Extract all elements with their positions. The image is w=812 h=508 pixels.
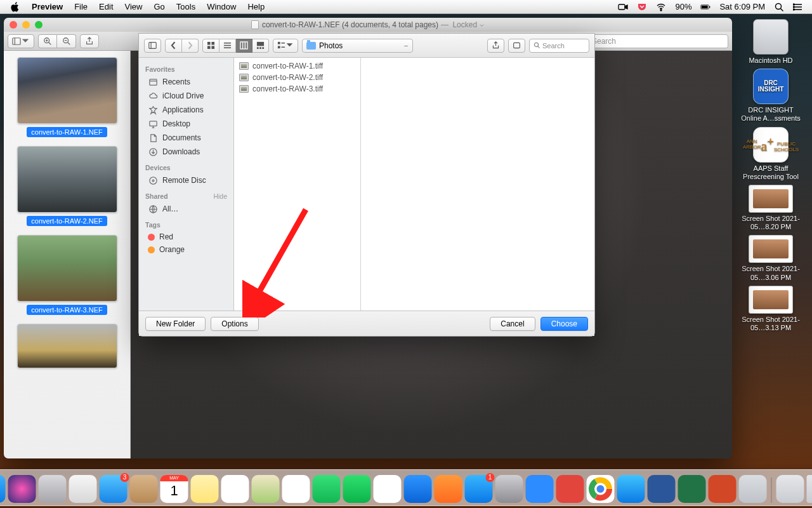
column-view-button[interactable] xyxy=(236,39,252,53)
thumbnail[interactable] xyxy=(17,324,117,368)
sidebar-toggle-button[interactable] xyxy=(8,34,34,48)
desktop-icon-screenshot[interactable]: Screen Shot 2021-05…3.13 PM xyxy=(739,286,802,332)
dock-app-numbers[interactable] xyxy=(374,475,402,503)
finder-sidebar[interactable]: Favorites Recents iCloud Drive Applicati… xyxy=(139,58,234,311)
dock-app-calendar[interactable]: MAY1 xyxy=(160,475,188,503)
desktop-icon-screenshot[interactable]: Screen Shot 2021-05…8.20 PM xyxy=(739,185,802,231)
preview-search-field[interactable]: Search xyxy=(576,34,728,48)
dock-app-powerpoint[interactable] xyxy=(709,475,737,503)
notification-center-icon[interactable] xyxy=(793,2,803,12)
sheet-search-field[interactable]: Search xyxy=(529,39,589,53)
screenrec-icon[interactable] xyxy=(618,2,628,12)
thumbnail[interactable]: convert-to-RAW-1.NEF xyxy=(17,57,117,137)
thumbnail-sidebar[interactable]: convert-to-RAW-1.NEF convert-to-RAW-2.NE… xyxy=(4,51,131,458)
share-button[interactable] xyxy=(80,34,99,48)
wifi-icon[interactable] xyxy=(656,2,666,12)
list-view-button[interactable] xyxy=(219,39,236,53)
sidebar-item-all-shared[interactable]: All… xyxy=(139,202,233,216)
location-popup[interactable]: Photos xyxy=(302,39,413,53)
tags-button[interactable] xyxy=(508,39,525,53)
dock-app-finder[interactable] xyxy=(0,475,6,503)
thumbnail[interactable]: convert-to-RAW-3.NEF xyxy=(17,235,117,315)
zoom-button[interactable] xyxy=(35,21,43,29)
dock-app-todo[interactable] xyxy=(556,475,584,503)
dock-app-preview[interactable] xyxy=(739,475,767,503)
battery-icon[interactable] xyxy=(700,2,710,12)
sidebar-toggle-button[interactable] xyxy=(144,39,161,53)
dock-app-sysprefs[interactable] xyxy=(495,475,523,503)
sidebar-tag-orange[interactable]: Orange xyxy=(139,243,233,256)
thumbnail[interactable]: convert-to-RAW-2.NEF xyxy=(17,146,117,226)
dock-trash[interactable] xyxy=(807,475,813,503)
dock-app-contacts[interactable] xyxy=(130,475,158,503)
spotlight-icon[interactable] xyxy=(774,2,784,12)
dock-downloads[interactable] xyxy=(776,475,804,503)
dock-app-mail[interactable]: 3 xyxy=(100,475,128,503)
dock-app-safari-alt[interactable] xyxy=(69,475,97,503)
dock-app-siri[interactable] xyxy=(8,475,36,503)
action-button[interactable] xyxy=(487,39,504,53)
dock-app-messages[interactable] xyxy=(313,475,341,503)
group-by-button[interactable] xyxy=(273,39,298,53)
dock-app-excel[interactable] xyxy=(678,475,706,503)
close-button[interactable] xyxy=(10,21,17,29)
menu-go[interactable]: Go xyxy=(154,2,164,11)
menu-help[interactable]: Help xyxy=(247,2,265,11)
dock-app-chrome[interactable] xyxy=(587,475,615,503)
dock-app-zoom[interactable] xyxy=(526,475,554,503)
dock-app-launchpad[interactable] xyxy=(39,475,67,503)
sidebar-item-documents[interactable]: Documents xyxy=(139,131,233,145)
sidebar-item-icloud[interactable]: iCloud Drive xyxy=(139,89,233,103)
menubar-app-name[interactable]: Preview xyxy=(32,2,63,11)
new-folder-button[interactable]: New Folder xyxy=(145,317,206,331)
file-row[interactable]: convert-to-RAW-1.tiff xyxy=(234,60,360,72)
minimize-button[interactable] xyxy=(22,21,30,29)
zoom-out-button[interactable] xyxy=(57,34,76,48)
hide-button[interactable]: Hide xyxy=(213,192,227,200)
forward-button[interactable] xyxy=(182,39,199,53)
title-locked[interactable]: — Locked xyxy=(441,20,485,29)
desktop-icon-screenshot[interactable]: Screen Shot 2021-05…3.06 PM xyxy=(739,235,802,281)
sidebar-tag-red[interactable]: Red xyxy=(139,231,233,243)
menu-file[interactable]: File xyxy=(74,2,88,11)
dock-app-appstore[interactable]: 1 xyxy=(465,475,493,503)
dock-app-reminders[interactable] xyxy=(221,475,249,503)
svg-rect-26 xyxy=(514,43,520,48)
zoom-in-button[interactable] xyxy=(38,34,57,48)
cancel-button[interactable]: Cancel xyxy=(490,317,535,331)
desktop-icon-drc-insight[interactable]: DRCINSIGHTDRC INSIGHT Online A…ssments xyxy=(739,69,802,123)
file-column[interactable]: convert-to-RAW-1.tiff convert-to-RAW-2.t… xyxy=(234,58,361,311)
title-meta: (4 documents, 4 total pages) xyxy=(342,20,438,29)
choose-button[interactable]: Choose xyxy=(540,317,588,331)
apple-menu-icon[interactable] xyxy=(10,2,20,12)
menubar-clock[interactable]: Sat 6:09 PM xyxy=(719,2,765,11)
desktop-icon-macintosh-hd[interactable]: Macintosh HD xyxy=(739,19,802,65)
gallery-view-button[interactable] xyxy=(252,39,269,53)
sidebar-item-applications[interactable]: Applications xyxy=(139,103,233,117)
dock-app-keynote[interactable] xyxy=(404,475,432,503)
sidebar-item-remote-disc[interactable]: Remote Disc xyxy=(139,173,233,187)
sidebar-item-desktop[interactable]: Desktop xyxy=(139,117,233,131)
file-row[interactable]: convert-to-RAW-2.tiff xyxy=(234,72,360,83)
sidebar-item-recents[interactable]: Recents xyxy=(139,75,233,89)
dock-app-word[interactable] xyxy=(648,475,676,503)
dock-app-safari[interactable] xyxy=(617,475,645,503)
dock-app-maps[interactable] xyxy=(252,475,280,503)
sidebar-item-downloads[interactable]: Downloads xyxy=(139,145,233,159)
dock-app-facetime[interactable] xyxy=(343,475,371,503)
menu-edit[interactable]: Edit xyxy=(99,2,113,11)
titlebar[interactable]: convert-to-RAW-1.NEF (4 documents, 4 tot… xyxy=(4,18,732,32)
dock-app-notes[interactable] xyxy=(191,475,219,503)
pocket-icon[interactable] xyxy=(637,2,647,12)
dock-app-ibooks[interactable] xyxy=(435,475,462,503)
menu-tools[interactable]: Tools xyxy=(176,2,195,11)
desktop-icon-aaps-staff[interactable]: ANN ARBORa+PUBLIC SCHOOLSAAPS Staff Pres… xyxy=(739,127,802,181)
desktop-icon-label: AAPS Staff Prescreening Tool xyxy=(739,164,802,181)
options-button[interactable]: Options xyxy=(211,317,258,331)
file-row[interactable]: convert-to-RAW-3.tiff xyxy=(234,83,360,95)
icon-view-button[interactable] xyxy=(202,39,219,53)
menu-window[interactable]: Window xyxy=(207,2,236,11)
back-button[interactable] xyxy=(165,39,182,53)
menu-view[interactable]: View xyxy=(125,2,143,11)
dock-app-photos[interactable] xyxy=(282,475,310,503)
